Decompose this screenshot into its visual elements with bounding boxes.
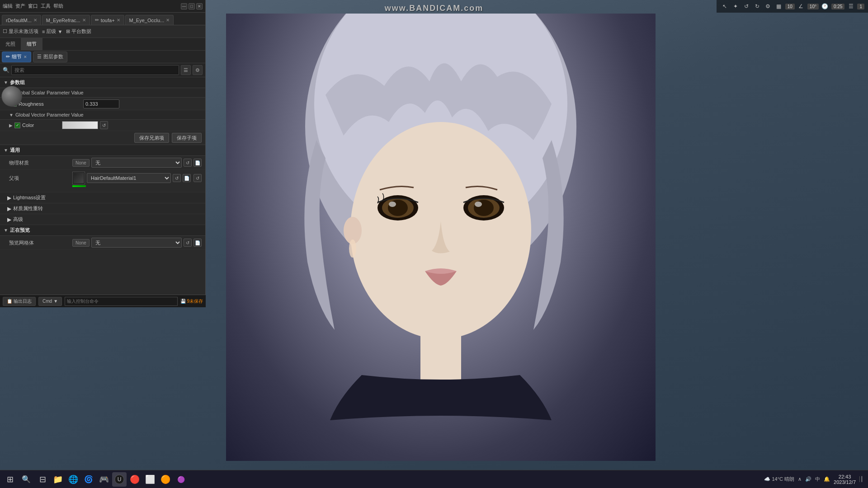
preview-mesh-row: 预览网格体 None 无 ↺ 📄 — [0, 236, 205, 250]
taskbar-app-purple[interactable]: 🟣 — [174, 472, 188, 487]
advanced-header[interactable]: ▶ 高级 — [0, 214, 205, 225]
rotate-right-icon[interactable]: ↻ — [753, 2, 762, 11]
view-tab-details[interactable]: 细节 — [21, 38, 42, 51]
roughness-value-group — [83, 99, 202, 108]
tab-rdefaultm[interactable]: rDefaultM... ✕ — [2, 15, 41, 25]
svg-point-10 — [475, 202, 482, 207]
grid-icon[interactable]: ▦ — [774, 2, 783, 11]
lightmass-header[interactable]: ▶ Lightmass设置 — [0, 192, 205, 203]
start-button[interactable]: ⊞ — [3, 472, 17, 487]
menu-assets[interactable]: 资产 — [15, 3, 25, 9]
close-button[interactable]: ✕ — [196, 3, 203, 9]
save-children-btn[interactable]: 保存子项 — [172, 133, 202, 143]
search-input[interactable] — [11, 65, 179, 75]
taskbar-up-arrow[interactable]: ∧ — [798, 476, 802, 482]
preview-title: 正在预览 — [10, 227, 30, 234]
taskbar-app-game[interactable]: 🎮 — [97, 472, 111, 487]
angle-icon[interactable]: ∠ — [797, 2, 806, 11]
watermark: www.BANDICAM.com — [385, 4, 483, 13]
sub-tab-details-close[interactable]: ✕ — [24, 55, 27, 59]
tab-toufa-close[interactable]: ✕ — [117, 18, 120, 23]
cmd-btn[interactable]: Cmd ▼ — [38, 297, 62, 306]
taskbar-app-red-1[interactable]: 🔴 — [127, 472, 142, 487]
preview-section-header[interactable]: ▼ 正在预览 — [0, 225, 205, 236]
menu-help[interactable]: 帮助 — [53, 3, 63, 9]
view-tab-lighting[interactable]: 光照 — [0, 38, 21, 51]
taskbar-notifications[interactable]: 🔔 — [824, 476, 830, 482]
cmd-input[interactable] — [65, 297, 178, 306]
taskbar-app-unreal[interactable]: U — [112, 472, 127, 487]
sub-tab-layer-params[interactable]: ☰ 图层参数 — [33, 52, 67, 62]
color-expand-row: ▶ ✓ Color ↺ — [0, 120, 205, 131]
tab-bar: rDefaultM... ✕ M_EyeRefrac... ✕ ✏ toufa+… — [0, 13, 205, 25]
sub-tab-layer-label: 图层参数 — [43, 53, 63, 60]
lightmass-title: Lightmass设置 — [13, 194, 46, 201]
minimize-button[interactable]: — — [181, 3, 187, 9]
menu-tools[interactable]: 工具 — [41, 3, 51, 9]
menu-edit[interactable]: 编辑 — [3, 3, 13, 9]
global-vector-header[interactable]: ▼ Global Vector Parameter Value — [0, 110, 205, 120]
cmd-label: Cmd — [42, 299, 52, 304]
tab-rdefaultm-close[interactable]: ✕ — [33, 18, 37, 23]
hierarchy-btn[interactable]: ≡ 层级 ▼ — [42, 28, 62, 35]
taskbar-search-btn[interactable]: 🔍 — [19, 472, 33, 487]
taskbar-sound[interactable]: 🔊 — [805, 476, 811, 482]
tab-toufa-label: toufa+ — [101, 18, 115, 23]
svg-rect-13 — [420, 330, 461, 384]
filter-btn[interactable]: ⚙ — [193, 65, 203, 75]
taskbar-app-browser[interactable]: 🌀 — [81, 472, 96, 487]
global-scalar-title: Global Scalar Parameter Value — [15, 90, 84, 95]
material-attrs-header[interactable]: ▶ 材质属性重转 — [0, 203, 205, 214]
show-inactive-btn[interactable]: ☐ 显示未激活项 — [3, 28, 38, 35]
parent-browse-btn[interactable]: 📄 — [183, 174, 191, 182]
taskbar-ime[interactable]: 中 — [815, 476, 820, 483]
physical-material-reset-btn[interactable]: ↺ — [184, 159, 192, 167]
tab-eyerefrac-close[interactable]: ✕ — [82, 18, 86, 23]
taskbar-app-edge[interactable]: 🌐 — [66, 472, 80, 487]
preview-mesh-dropdown-wrapper: None 无 ↺ 📄 — [72, 238, 202, 248]
platform-data-btn[interactable]: ⊞ 平台数据 — [66, 28, 91, 35]
cursor-icon[interactable]: ↖ — [720, 2, 729, 11]
general-section-header[interactable]: ▼ 通用 — [0, 145, 205, 156]
preview-mesh-browse-btn[interactable]: 📄 — [193, 239, 202, 247]
view-toggle-btn[interactable]: ☰ — [181, 65, 191, 75]
timer-icon[interactable]: 🕐 — [821, 2, 830, 11]
parent-select[interactable]: HairDefaultMaterial1 — [87, 173, 171, 183]
color-reset-btn[interactable]: ↺ — [100, 121, 108, 129]
rotate-left-icon[interactable]: ↺ — [742, 2, 751, 11]
settings-icon[interactable]: ⚙ — [764, 2, 773, 11]
tab-eyeocclu-close[interactable]: ✕ — [166, 18, 170, 23]
parent-reset-btn[interactable]: ↺ — [173, 174, 181, 182]
color-swatch[interactable] — [62, 121, 98, 129]
taskbar-app-white[interactable]: ⬜ — [143, 472, 157, 487]
mini-sphere-preview[interactable] — [1, 86, 22, 107]
params-section-header[interactable]: ▼ 参数组 — [0, 77, 205, 88]
tab-eyerefrac[interactable]: M_EyeRefrac... ✕ — [42, 15, 90, 25]
taskbar-show-desktop[interactable]: ▏ — [859, 476, 865, 482]
menu-window[interactable]: 窗口 — [28, 3, 38, 9]
preview-mesh-select[interactable]: 无 — [91, 238, 182, 248]
mini-previews — [0, 86, 24, 127]
time-badge: 0:25 — [831, 4, 844, 9]
tab-toufa[interactable]: ✏ toufa+ ✕ — [91, 15, 124, 25]
taskbar-app-orange[interactable]: 🟠 — [158, 472, 173, 487]
save-siblings-btn[interactable]: 保存兄弟项 — [134, 133, 169, 143]
move-icon[interactable]: ✦ — [731, 2, 740, 11]
maximize-button[interactable]: □ — [189, 3, 195, 9]
taskbar-app-folder[interactable]: 📁 — [51, 472, 65, 487]
physical-material-browse-btn[interactable]: 📄 — [193, 159, 202, 167]
sub-tab-details[interactable]: ✏ 细节 ✕ — [2, 52, 31, 62]
layer-icon[interactable]: ☰ — [846, 2, 855, 11]
tab-eyeocclu[interactable]: M_Eye_Occlu... ✕ — [125, 15, 174, 25]
preview-mesh-reset-btn[interactable]: ↺ — [184, 239, 192, 247]
save-status[interactable]: 💾 9未保存 — [180, 298, 203, 305]
output-log-btn[interactable]: 📋 输出日志 — [3, 297, 36, 306]
taskbar-clock[interactable]: 22:43 2023/12/7 — [834, 474, 856, 485]
parent-revert-btn[interactable]: ↺ — [193, 174, 202, 182]
global-scalar-header[interactable]: ▼ Global Scalar Parameter Value — [0, 88, 205, 98]
taskbar-weather: ☁️ 14°C 晴朗 — [764, 476, 794, 483]
parent-thumbnail[interactable] — [72, 172, 85, 184]
taskbar-app-explorer[interactable]: ⊟ — [35, 472, 50, 487]
roughness-input[interactable] — [83, 99, 119, 108]
physical-material-select[interactable]: 无 — [91, 158, 182, 168]
